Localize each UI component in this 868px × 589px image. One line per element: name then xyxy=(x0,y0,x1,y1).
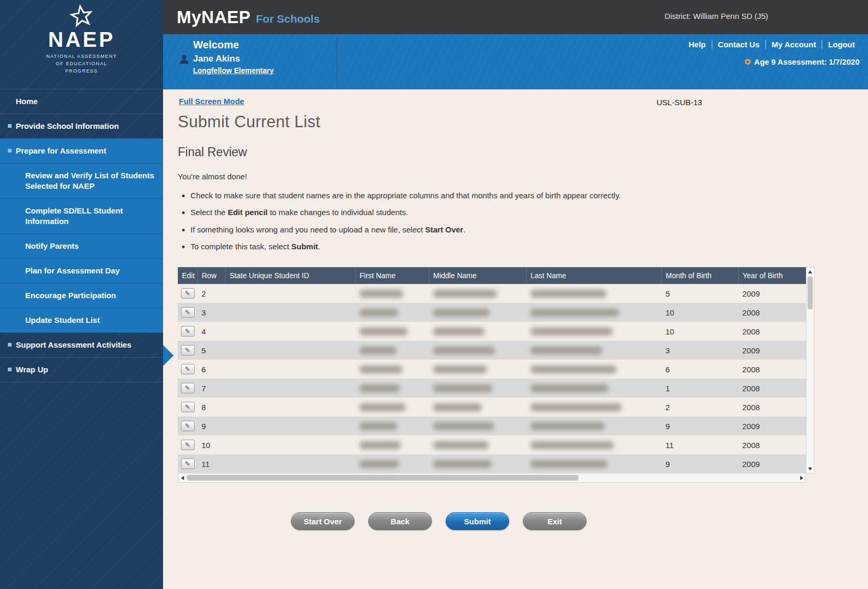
middle-name-cell xyxy=(429,398,526,417)
student-id-cell xyxy=(225,360,355,379)
page-code: USL-SUB-13 xyxy=(657,98,702,107)
help-link[interactable]: Help xyxy=(683,40,712,49)
table-row: ✎662008 xyxy=(178,360,806,379)
redacted-text xyxy=(530,365,617,373)
logo-subtitle: NATIONAL ASSESSMENT OF EDUCATIONAL PROGR… xyxy=(0,53,163,75)
assessment-status-icon xyxy=(745,59,751,65)
assessment-status: Age 9 Assessment: 1/7/2020 xyxy=(745,57,860,66)
row-number-cell: 8 xyxy=(197,398,225,417)
middle-name-cell xyxy=(429,435,526,454)
pencil-icon: ✎ xyxy=(185,347,190,353)
sidebar-item-encourage-participation[interactable]: Encourage Participation xyxy=(0,283,163,308)
year-of-birth-cell: 2009 xyxy=(738,284,806,303)
student-table-body: ✎252009✎3102008✎4102008✎532009✎662008✎71… xyxy=(178,284,806,473)
sidebar-item-home[interactable]: Home xyxy=(0,89,163,114)
redacted-text xyxy=(433,290,497,298)
row-number-cell: 10 xyxy=(197,435,225,454)
pencil-icon: ✎ xyxy=(185,366,190,372)
redacted-text xyxy=(359,384,400,392)
contact-us-link[interactable]: Contact Us xyxy=(712,40,765,49)
scroll-left-icon[interactable] xyxy=(178,474,186,482)
sidebar-item-label: Plan for Assessment Day xyxy=(25,266,120,275)
redacted-text xyxy=(359,422,397,430)
sidebar-item-label: Provide School Information xyxy=(16,121,119,130)
redacted-text xyxy=(433,328,485,336)
start-over-button[interactable]: Start Over xyxy=(291,512,355,530)
year-of-birth-cell: 2008 xyxy=(738,379,806,398)
redacted-text xyxy=(359,309,398,317)
year-of-birth-cell: 2008 xyxy=(738,322,806,341)
edit-row-button[interactable]: ✎ xyxy=(181,440,195,450)
scroll-right-icon[interactable] xyxy=(798,474,805,482)
my-account-link[interactable]: My Account xyxy=(765,40,822,49)
edit-row-button[interactable]: ✎ xyxy=(181,307,195,318)
vertical-scroll-thumb[interactable] xyxy=(808,277,813,309)
school-link[interactable]: Longfellow Elementary xyxy=(193,66,274,75)
sidebar-item-review-verify-list[interactable]: Review and Verify List of Students Selec… xyxy=(0,164,163,199)
row-number-cell: 5 xyxy=(197,341,225,360)
last-name-cell xyxy=(526,417,661,435)
edit-row-button[interactable]: ✎ xyxy=(181,421,195,431)
month-of-birth-cell: 5 xyxy=(661,284,738,303)
redacted-text xyxy=(433,403,482,411)
student-id-cell xyxy=(225,322,355,341)
edit-row-button[interactable]: ✎ xyxy=(181,288,195,299)
instruction-item: Select the Edit pencil to make changes t… xyxy=(190,206,704,218)
scroll-up-icon[interactable] xyxy=(806,268,814,276)
sidebar-item-provide-school-information[interactable]: Provide School Information xyxy=(0,114,163,139)
last-name-cell xyxy=(526,341,661,360)
vertical-scrollbar[interactable] xyxy=(806,267,814,473)
edit-row-button[interactable]: ✎ xyxy=(181,402,195,412)
submit-button[interactable]: Submit xyxy=(446,512,509,530)
sidebar-item-support-assessment-activities[interactable]: Support Assessment Activities xyxy=(0,333,163,358)
col-header-state-id: State Unique Student ID xyxy=(225,267,355,284)
sidebar-item-complete-sd-ell[interactable]: Complete SD/ELL Student Information xyxy=(0,199,163,234)
header-divider xyxy=(337,36,337,87)
sidebar-item-notify-parents[interactable]: Notify Parents xyxy=(0,234,163,259)
sidebar-nav: Home Provide School Information Prepare … xyxy=(0,89,163,382)
edit-row-button[interactable]: ✎ xyxy=(181,326,195,337)
sidebar-item-label: Wrap Up xyxy=(16,365,48,374)
month-of-birth-cell: 3 xyxy=(661,341,738,360)
sidebar-item-plan-for-assessment-day[interactable]: Plan for Assessment Day xyxy=(0,259,163,283)
table-row: ✎532009 xyxy=(178,341,806,360)
edit-row-button[interactable]: ✎ xyxy=(181,345,195,356)
year-of-birth-cell: 2008 xyxy=(738,398,806,417)
redacted-text xyxy=(530,422,605,430)
redacted-text xyxy=(530,347,602,354)
last-name-cell xyxy=(526,379,661,398)
last-name-cell xyxy=(526,454,661,473)
month-of-birth-cell: 11 xyxy=(661,435,738,454)
back-button[interactable]: Back xyxy=(368,512,432,530)
full-screen-mode-link[interactable]: Full Screen Mode xyxy=(179,97,244,106)
sidebar-item-update-student-list[interactable]: Update Student List xyxy=(0,308,163,333)
naep-logo: NAEP NATIONAL ASSESSMENT OF EDUCATIONAL … xyxy=(0,0,163,89)
section-title: Final Review xyxy=(178,145,868,159)
horizontal-scroll-thumb[interactable] xyxy=(187,475,579,481)
logout-link[interactable]: Logout xyxy=(822,40,861,49)
last-name-cell xyxy=(526,360,661,379)
edit-row-button[interactable]: ✎ xyxy=(181,364,195,374)
horizontal-scrollbar[interactable] xyxy=(178,474,806,483)
col-header-month-of-birth: Month of Birth xyxy=(661,267,738,284)
redacted-text xyxy=(530,384,609,392)
edit-row-button[interactable]: ✎ xyxy=(181,459,195,469)
welcome-header: Welcome Jane Akins Longfellow Elementary… xyxy=(163,34,868,89)
student-table-wrap: Edit Row State Unique Student ID First N… xyxy=(178,267,814,483)
row-number-cell: 9 xyxy=(197,417,225,435)
star-icon xyxy=(68,3,95,30)
edit-row-button[interactable]: ✎ xyxy=(181,383,195,393)
table-row: ✎712008 xyxy=(178,379,806,398)
last-name-cell xyxy=(526,303,661,322)
student-id-cell xyxy=(225,379,355,398)
student-table: Edit Row State Unique Student ID First N… xyxy=(178,267,806,473)
col-header-row: Row xyxy=(197,267,225,284)
top-bar: MyNAEP For Schools District: William Pen… xyxy=(163,0,868,34)
col-header-last-name: Last Name xyxy=(526,267,661,284)
scroll-down-icon[interactable] xyxy=(806,465,814,473)
sidebar-item-wrap-up[interactable]: Wrap Up xyxy=(0,358,163,382)
redacted-text xyxy=(433,441,489,449)
exit-button[interactable]: Exit xyxy=(523,512,587,530)
page-title: Submit Current List xyxy=(178,113,868,131)
sidebar-item-prepare-for-assessment[interactable]: Prepare for Assessment xyxy=(0,139,163,164)
